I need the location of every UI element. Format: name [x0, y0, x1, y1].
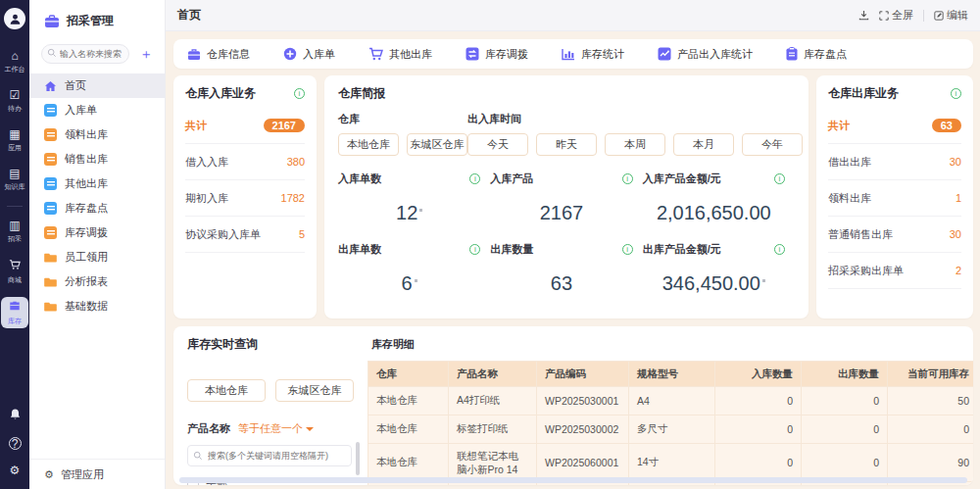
folder-icon [44, 275, 57, 288]
warehouse-filter-button[interactable]: 本地仓库 [187, 379, 266, 402]
kpi-label: 出库产品金额/元 [643, 242, 721, 257]
rail-item-knowledge[interactable]: ▤ 知识库 [1, 165, 28, 194]
time-filter-today[interactable]: 今天 [467, 133, 528, 156]
notifications-bell-icon[interactable] [9, 408, 22, 423]
kpi-label: 出库数量 [490, 242, 533, 257]
sidebar-item-home[interactable]: 首页 [29, 73, 165, 98]
rail-item-procurement[interactable]: ▥ 招采 [1, 217, 28, 246]
kpi-value: 346,450.00 [643, 272, 785, 295]
quicklink-stock-transfer[interactable]: 库存调拨 [466, 47, 528, 62]
quicklink-inbound-order[interactable]: 入库单 [283, 47, 335, 62]
document-icon [44, 153, 57, 166]
warehouse-filter-button[interactable]: 东城区仓库 [275, 379, 354, 402]
table-row: 本地仓库 标签打印纸 WP2025030002 多尺寸 0 0 0 [368, 416, 974, 444]
warehouse-info-icon [187, 48, 201, 61]
horizontal-scrollbar[interactable] [179, 477, 967, 483]
kpi-inbound-orders: 入库单数 12 [338, 171, 490, 238]
stock-detail-table: 仓库 产品名称 产品编码 规格型号 入库数量 出库数量 当前可用库存 当前库存金… [368, 361, 973, 485]
briefcase-icon [9, 300, 21, 315]
sidebar-item-stock-transfer[interactable]: 库存调拨 [29, 220, 165, 245]
sidebar-item-inbound-order[interactable]: 入库单 [29, 98, 165, 122]
product-search-input[interactable] [187, 445, 352, 466]
rail-item-label: 工作台 [5, 65, 25, 73]
rail-item-inventory[interactable]: 库存 [1, 297, 28, 328]
info-icon[interactable] [774, 173, 785, 184]
stat-label: 普通销售出库 [828, 227, 893, 242]
operator-label: 等于任意一个 [238, 421, 303, 436]
info-icon[interactable] [622, 173, 633, 184]
stat-label: 借出出库 [828, 155, 871, 170]
quicklink-other-outbound[interactable]: 其他出库 [368, 47, 432, 62]
col-available-stock: 当前可用库存 [888, 362, 974, 387]
rail-item-mall[interactable]: 商城 [1, 256, 28, 287]
stat-row: 领料出库 1 [828, 180, 961, 217]
col-spec: 规格型号 [629, 362, 715, 387]
cart-icon [9, 259, 21, 273]
add-button[interactable]: ＋ [137, 47, 155, 61]
inbound-order-icon [283, 47, 297, 61]
sidebar-item-stocktake[interactable]: 库存盘点 [29, 196, 165, 220]
document-icon [44, 177, 57, 190]
rail-item-apps[interactable]: ▦ 应用 [1, 125, 28, 155]
sidebar-item-sales-outbound[interactable]: 销售出库 [29, 147, 165, 171]
warehouse-filter-button[interactable]: 东城区仓库 [407, 133, 467, 156]
info-icon[interactable] [622, 244, 633, 255]
dashboard-content: 仓库信息 入库单 其他出库 [166, 31, 980, 489]
query-title: 库存实时查询 [187, 336, 354, 353]
kpi-outbound-orders: 出库单数 6 [338, 242, 490, 309]
time-filter-year[interactable]: 今年 [742, 133, 803, 156]
time-filter-month[interactable]: 本月 [673, 133, 734, 156]
sidebar-item-label: 入库单 [65, 103, 97, 118]
edit-button[interactable]: 编辑 [934, 8, 968, 23]
warehouse-filter-button[interactable]: 本地仓库 [338, 133, 399, 156]
download-button[interactable] [858, 10, 869, 21]
sidebar-item-base-data[interactable]: 基础数据 [29, 294, 165, 318]
sidebar-item-material-outbound[interactable]: 领料出库 [29, 122, 165, 147]
manage-apps-label: 管理应用 [61, 467, 104, 482]
app-window: ⌂ 工作台 ☑ 待办 ▦ 应用 ▤ 知识库 ▥ 招采 商城 [0, 0, 980, 489]
stat-label: 期初入库 [185, 191, 228, 206]
sidebar-item-analysis-report[interactable]: 分析报表 [29, 269, 165, 294]
sidebar-item-employee-use[interactable]: 员工领用 [29, 245, 165, 269]
fullscreen-label: 全屏 [892, 8, 913, 23]
time-filter-label: 出入库时间 [467, 112, 803, 126]
quicklink-warehouse-info[interactable]: 仓库信息 [187, 47, 250, 62]
field-label: 产品名称 [187, 421, 230, 436]
rail-item-todo[interactable]: ☑ 待办 [1, 86, 28, 116]
quicklink-product-io-stats[interactable]: 产品出入库统计 [658, 47, 753, 62]
manage-apps-button[interactable]: ⚙ 管理应用 [29, 459, 165, 489]
col-product-code: 产品编码 [537, 362, 629, 387]
sidebar-item-other-outbound[interactable]: 其他出库 [29, 171, 165, 196]
realtime-stock-query-panel: 库存实时查询 本地仓库 东城区仓库 产品名称 等于任意一个 [173, 326, 973, 485]
user-avatar[interactable] [4, 8, 25, 29]
fullscreen-button[interactable]: 全屏 [879, 8, 913, 23]
kpi-inbound-amount: 入库产品金额/元 2,016,650.00 [643, 171, 795, 238]
stat-label: 共计 [185, 119, 207, 133]
sidebar-item-label: 首页 [65, 78, 86, 93]
time-filter-yesterday[interactable]: 昨天 [536, 133, 597, 156]
quicklink-label: 入库单 [303, 47, 335, 62]
sidebar-item-label: 其他出库 [65, 176, 108, 191]
edit-label: 编辑 [947, 8, 968, 23]
help-icon[interactable]: ? [9, 437, 22, 450]
stat-label: 借入入库 [185, 155, 228, 170]
time-filter-week[interactable]: 本周 [605, 133, 665, 156]
rail-item-label: 库存 [8, 317, 22, 325]
settings-gear-icon[interactable]: ⚙ [10, 464, 21, 477]
quicklink-stocktake[interactable]: 库存盘点 [786, 47, 847, 62]
sidebar-item-label: 分析报表 [65, 274, 108, 289]
operator-dropdown[interactable]: 等于任意一个 [238, 421, 314, 436]
col-outbound-qty: 出库数量 [802, 362, 888, 387]
info-icon[interactable] [951, 88, 961, 99]
info-icon[interactable] [294, 88, 305, 99]
rail-item-workbench[interactable]: ⌂ 工作台 [1, 47, 28, 76]
info-icon[interactable] [469, 244, 480, 255]
document-icon [44, 226, 57, 239]
outbound-business-panel: 仓库出库业务 共计 63 借出出库 30 领料出库 [816, 75, 973, 318]
options-scrollbar[interactable] [356, 442, 360, 475]
info-icon[interactable] [774, 244, 785, 255]
quicklink-stock-stats[interactable]: 库存统计 [562, 47, 624, 62]
stat-value: 5 [299, 228, 305, 240]
panel-title: 仓库入库业务 [185, 85, 256, 102]
info-icon[interactable] [469, 173, 480, 184]
